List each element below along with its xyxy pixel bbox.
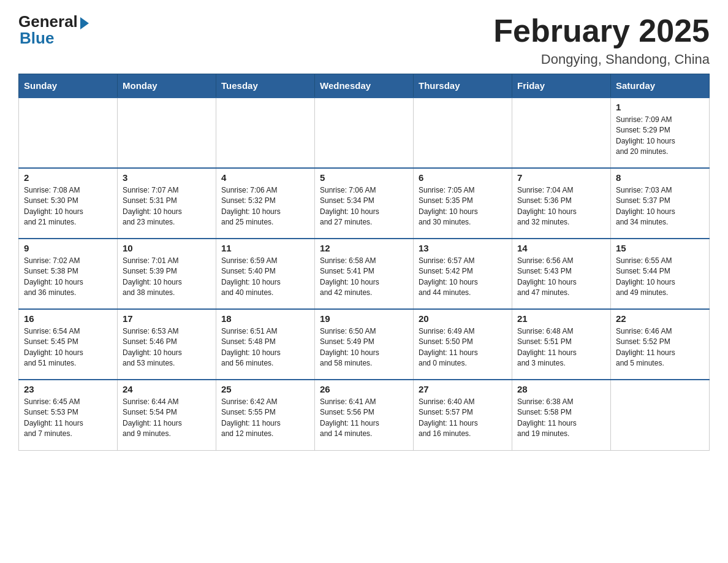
calendar-day-cell: 12Sunrise: 6:58 AM Sunset: 5:41 PM Dayli… [315,239,414,309]
calendar-week-row: 16Sunrise: 6:54 AM Sunset: 5:45 PM Dayli… [19,309,710,380]
calendar-day-cell: 24Sunrise: 6:44 AM Sunset: 5:54 PM Dayli… [118,380,216,450]
day-number: 6 [419,172,507,183]
calendar-day-cell: 2Sunrise: 7:08 AM Sunset: 5:30 PM Daylig… [19,168,118,239]
day-number: 25 [221,384,309,394]
day-info: Sunrise: 6:57 AM Sunset: 5:42 PM Dayligh… [419,256,507,299]
day-number: 28 [517,384,605,394]
day-info: Sunrise: 7:06 AM Sunset: 5:34 PM Dayligh… [320,185,408,228]
day-number: 26 [320,384,408,394]
day-number: 18 [221,313,309,324]
calendar-day-cell: 6Sunrise: 7:05 AM Sunset: 5:35 PM Daylig… [414,168,512,239]
calendar-day-cell: 5Sunrise: 7:06 AM Sunset: 5:34 PM Daylig… [315,168,414,239]
page-header: General Blue February 2025 Dongying, Sha… [18,12,710,67]
calendar-day-cell: 4Sunrise: 7:06 AM Sunset: 5:32 PM Daylig… [216,168,315,239]
day-info: Sunrise: 6:42 AM Sunset: 5:55 PM Dayligh… [221,397,309,440]
calendar-day-cell: 10Sunrise: 7:01 AM Sunset: 5:39 PM Dayli… [118,239,216,309]
calendar-day-cell: 9Sunrise: 7:02 AM Sunset: 5:38 PM Daylig… [19,239,118,309]
day-number: 14 [517,243,605,253]
calendar-day-cell: 8Sunrise: 7:03 AM Sunset: 5:37 PM Daylig… [611,168,710,239]
day-number: 11 [221,243,309,253]
calendar-day-cell: 17Sunrise: 6:53 AM Sunset: 5:46 PM Dayli… [118,309,216,380]
weekday-header-saturday: Saturday [611,74,710,98]
day-info: Sunrise: 6:55 AM Sunset: 5:44 PM Dayligh… [616,256,704,299]
logo-blue-text: Blue [20,29,54,48]
day-number: 12 [320,243,408,253]
day-info: Sunrise: 6:44 AM Sunset: 5:54 PM Dayligh… [123,397,211,440]
day-info: Sunrise: 6:49 AM Sunset: 5:50 PM Dayligh… [419,326,507,369]
day-info: Sunrise: 6:59 AM Sunset: 5:40 PM Dayligh… [221,256,309,299]
calendar-day-cell: 26Sunrise: 6:41 AM Sunset: 5:56 PM Dayli… [315,380,414,450]
day-number: 27 [419,384,507,394]
day-number: 15 [616,243,704,253]
day-number: 20 [419,313,507,324]
day-info: Sunrise: 6:50 AM Sunset: 5:49 PM Dayligh… [320,326,408,369]
day-number: 21 [517,313,605,324]
calendar-day-cell: 14Sunrise: 6:56 AM Sunset: 5:43 PM Dayli… [512,239,611,309]
day-info: Sunrise: 6:46 AM Sunset: 5:52 PM Dayligh… [616,326,704,369]
calendar-week-row: 23Sunrise: 6:45 AM Sunset: 5:53 PM Dayli… [19,380,710,450]
day-info: Sunrise: 7:07 AM Sunset: 5:31 PM Dayligh… [123,185,211,228]
day-number: 9 [24,243,112,253]
day-number: 1 [616,102,704,112]
weekday-header-wednesday: Wednesday [315,74,414,98]
day-info: Sunrise: 6:40 AM Sunset: 5:57 PM Dayligh… [419,397,507,440]
day-info: Sunrise: 6:48 AM Sunset: 5:51 PM Dayligh… [517,326,605,369]
day-info: Sunrise: 6:56 AM Sunset: 5:43 PM Dayligh… [517,256,605,299]
day-info: Sunrise: 7:03 AM Sunset: 5:37 PM Dayligh… [616,185,704,228]
day-info: Sunrise: 6:51 AM Sunset: 5:48 PM Dayligh… [221,326,309,369]
day-number: 22 [616,313,704,324]
calendar-day-cell: 18Sunrise: 6:51 AM Sunset: 5:48 PM Dayli… [216,309,315,380]
logo: General Blue [18,12,89,48]
calendar-day-cell: 7Sunrise: 7:04 AM Sunset: 5:36 PM Daylig… [512,168,611,239]
calendar-day-cell: 16Sunrise: 6:54 AM Sunset: 5:45 PM Dayli… [19,309,118,380]
day-number: 4 [221,172,309,183]
page-title: February 2025 [493,12,710,49]
day-info: Sunrise: 6:58 AM Sunset: 5:41 PM Dayligh… [320,256,408,299]
calendar-day-cell: 15Sunrise: 6:55 AM Sunset: 5:44 PM Dayli… [611,239,710,309]
calendar-day-cell: 21Sunrise: 6:48 AM Sunset: 5:51 PM Dayli… [512,309,611,380]
day-number: 13 [419,243,507,253]
day-number: 7 [517,172,605,183]
calendar-day-cell: 13Sunrise: 6:57 AM Sunset: 5:42 PM Dayli… [414,239,512,309]
day-number: 5 [320,172,408,183]
calendar-day-cell [512,98,611,168]
calendar-week-row: 1Sunrise: 7:09 AM Sunset: 5:29 PM Daylig… [19,98,710,168]
calendar-body: 1Sunrise: 7:09 AM Sunset: 5:29 PM Daylig… [19,98,710,450]
day-number: 3 [123,172,211,183]
day-info: Sunrise: 7:05 AM Sunset: 5:35 PM Dayligh… [419,185,507,228]
day-info: Sunrise: 6:53 AM Sunset: 5:46 PM Dayligh… [123,326,211,369]
title-section: February 2025 Dongying, Shandong, China [493,12,710,67]
calendar-day-cell [118,98,216,168]
day-info: Sunrise: 7:08 AM Sunset: 5:30 PM Dayligh… [24,185,112,228]
calendar-day-cell [216,98,315,168]
day-info: Sunrise: 7:02 AM Sunset: 5:38 PM Dayligh… [24,256,112,299]
day-number: 16 [24,313,112,324]
calendar-day-cell: 19Sunrise: 6:50 AM Sunset: 5:49 PM Dayli… [315,309,414,380]
calendar-day-cell: 20Sunrise: 6:49 AM Sunset: 5:50 PM Dayli… [414,309,512,380]
day-number: 23 [24,384,112,394]
calendar-week-row: 9Sunrise: 7:02 AM Sunset: 5:38 PM Daylig… [19,239,710,309]
calendar-day-cell: 1Sunrise: 7:09 AM Sunset: 5:29 PM Daylig… [611,98,710,168]
day-info: Sunrise: 7:09 AM Sunset: 5:29 PM Dayligh… [616,115,704,158]
day-info: Sunrise: 6:41 AM Sunset: 5:56 PM Dayligh… [320,397,408,440]
calendar-day-cell: 27Sunrise: 6:40 AM Sunset: 5:57 PM Dayli… [414,380,512,450]
calendar-day-cell: 23Sunrise: 6:45 AM Sunset: 5:53 PM Dayli… [19,380,118,450]
calendar-header: SundayMondayTuesdayWednesdayThursdayFrid… [19,74,710,98]
day-info: Sunrise: 6:38 AM Sunset: 5:58 PM Dayligh… [517,397,605,440]
page-subtitle: Dongying, Shandong, China [493,52,710,67]
day-number: 10 [123,243,211,253]
calendar-day-cell: 22Sunrise: 6:46 AM Sunset: 5:52 PM Dayli… [611,309,710,380]
day-number: 2 [24,172,112,183]
day-number: 8 [616,172,704,183]
calendar-day-cell: 11Sunrise: 6:59 AM Sunset: 5:40 PM Dayli… [216,239,315,309]
calendar-day-cell [611,380,710,450]
day-number: 24 [123,384,211,394]
day-number: 19 [320,313,408,324]
day-info: Sunrise: 7:06 AM Sunset: 5:32 PM Dayligh… [221,185,309,228]
calendar-day-cell: 28Sunrise: 6:38 AM Sunset: 5:58 PM Dayli… [512,380,611,450]
weekday-header-thursday: Thursday [414,74,512,98]
calendar-day-cell: 3Sunrise: 7:07 AM Sunset: 5:31 PM Daylig… [118,168,216,239]
calendar-day-cell [414,98,512,168]
day-info: Sunrise: 7:01 AM Sunset: 5:39 PM Dayligh… [123,256,211,299]
day-info: Sunrise: 7:04 AM Sunset: 5:36 PM Dayligh… [517,185,605,228]
